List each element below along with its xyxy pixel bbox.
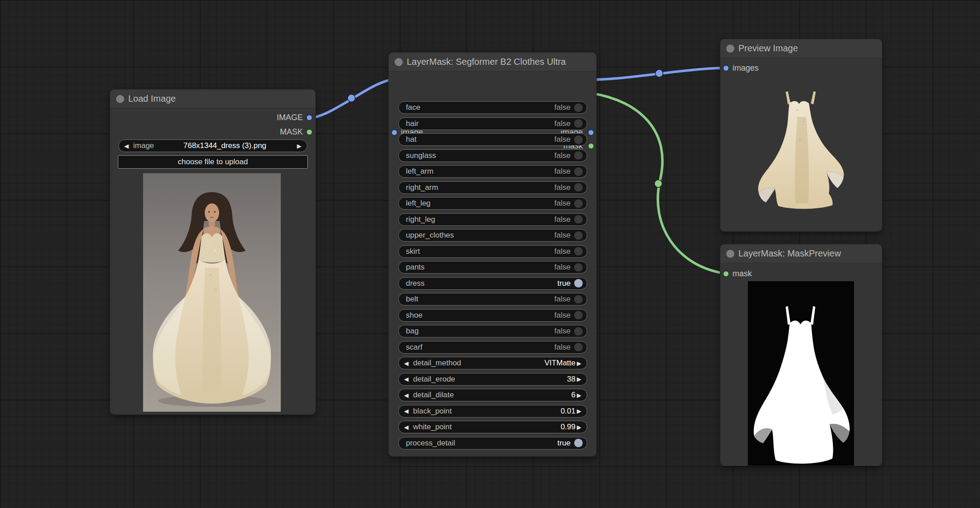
- image-file-combo[interactable]: ◀ image 768x1344_dress (3).png ▶: [118, 139, 307, 152]
- toggle-knob[interactable]: [574, 247, 583, 256]
- widget-left-leg[interactable]: left_legfalse: [398, 197, 587, 210]
- widget-belt[interactable]: beltfalse: [398, 293, 587, 306]
- toggle-knob[interactable]: [574, 279, 583, 288]
- segformer-widgets: facefalse hairfalse hatfalse sunglassfal…: [398, 101, 587, 450]
- choose-file-button[interactable]: choose file to upload: [118, 155, 308, 169]
- right-arrow-icon[interactable]: ▶: [575, 424, 583, 431]
- widget-right-arm[interactable]: right_armfalse: [398, 181, 587, 194]
- node-title: Preview Image: [738, 43, 798, 54]
- choose-file-label: choose file to upload: [178, 157, 248, 166]
- input-port-mask[interactable]: [723, 270, 729, 277]
- node-preview-image[interactable]: Preview Image images: [720, 39, 882, 231]
- left-arrow-icon[interactable]: ◀: [403, 408, 410, 414]
- widget-white-point[interactable]: ◀white_point0.99▶: [398, 421, 587, 433]
- left-arrow-icon[interactable]: ◀: [403, 392, 410, 399]
- left-arrow-icon[interactable]: ◀: [403, 360, 410, 367]
- toggle-knob[interactable]: [574, 103, 583, 112]
- toggle-knob[interactable]: [574, 119, 583, 128]
- widget-dress[interactable]: dresstrue: [398, 277, 587, 290]
- toggle-knob[interactable]: [574, 311, 583, 319]
- output-port-mask[interactable]: [306, 129, 313, 135]
- widget-scarf[interactable]: scarffalse: [398, 341, 587, 354]
- toggle-knob[interactable]: [574, 183, 583, 192]
- combo-value: 768x1344_dress (3).png: [154, 141, 296, 150]
- widget-skirt[interactable]: skirtfalse: [398, 245, 587, 258]
- toggle-knob[interactable]: [574, 263, 583, 272]
- toggle-knob[interactable]: [574, 135, 583, 144]
- widget-right-leg[interactable]: right_legfalse: [398, 213, 587, 226]
- mask-image-preview: [748, 281, 854, 466]
- output-label-image: IMAGE: [277, 113, 303, 122]
- node-status-dot: [726, 250, 734, 258]
- widget-detail-erode[interactable]: ◀detail_erode38▶: [398, 373, 587, 386]
- widget-process-detail[interactable]: process_detailtrue: [398, 437, 587, 450]
- segmented-dress-preview: [752, 90, 850, 229]
- input-port-images[interactable]: [723, 65, 729, 72]
- widget-black-point[interactable]: ◀black_point0.01▶: [398, 405, 587, 418]
- output-port-mask[interactable]: [588, 143, 594, 149]
- loaded-image-preview: [143, 173, 281, 412]
- output-port-image[interactable]: [306, 114, 313, 121]
- input-port-image[interactable]: [391, 129, 398, 136]
- toggle-knob[interactable]: [574, 215, 583, 224]
- widget-detail-method[interactable]: ◀detail_methodVITMatte▶: [398, 357, 587, 369]
- node-status-dot: [395, 58, 403, 66]
- link-dot-mask: [655, 180, 662, 188]
- toggle-knob[interactable]: [574, 327, 583, 336]
- input-label-images: images: [733, 63, 759, 73]
- widget-face[interactable]: facefalse: [398, 101, 587, 114]
- combo-label: image: [133, 141, 154, 150]
- right-arrow-icon[interactable]: ▶: [575, 408, 583, 414]
- widget-left-arm[interactable]: left_armfalse: [398, 165, 587, 178]
- node-status-dot: [726, 45, 734, 53]
- combo-left-arrow-icon[interactable]: ◀: [123, 143, 130, 149]
- left-arrow-icon[interactable]: ◀: [403, 424, 410, 431]
- link-dot-image1: [348, 94, 355, 102]
- node-title: Load Image: [128, 94, 176, 104]
- widget-pants[interactable]: pantsfalse: [398, 261, 587, 274]
- output-label-mask: MASK: [280, 127, 303, 137]
- toggle-knob[interactable]: [574, 343, 583, 351]
- widget-upper-clothes[interactable]: upper_clothesfalse: [398, 229, 587, 242]
- left-arrow-icon[interactable]: ◀: [403, 376, 410, 382]
- node-status-dot: [116, 95, 124, 103]
- widget-detail-dilate[interactable]: ◀detail_dilate6▶: [398, 389, 587, 401]
- input-label-mask: mask: [733, 269, 752, 279]
- toggle-knob[interactable]: [574, 199, 583, 208]
- widget-sunglass[interactable]: sunglassfalse: [398, 149, 587, 162]
- widget-hair[interactable]: hairfalse: [398, 117, 587, 130]
- link-dot-image2: [656, 70, 663, 77]
- toggle-knob[interactable]: [574, 151, 583, 160]
- right-arrow-icon[interactable]: ▶: [575, 392, 583, 399]
- node-mask-preview[interactable]: LayerMask: MaskPreview mask: [720, 244, 882, 466]
- node-segformer[interactable]: LayerMask: Segformer B2 Clothes Ultra im…: [389, 53, 596, 456]
- node-load-image[interactable]: Load Image IMAGE MASK ◀ image 768x1344_d…: [110, 90, 315, 414]
- right-arrow-icon[interactable]: ▶: [575, 376, 583, 382]
- node-title: LayerMask: Segformer B2 Clothes Ultra: [407, 57, 566, 67]
- right-arrow-icon[interactable]: ▶: [575, 360, 583, 367]
- toggle-knob[interactable]: [574, 439, 583, 447]
- widget-hat[interactable]: hatfalse: [398, 133, 587, 146]
- toggle-knob[interactable]: [574, 295, 583, 304]
- combo-right-arrow-icon[interactable]: ▶: [296, 143, 303, 149]
- widget-shoe[interactable]: shoefalse: [398, 309, 587, 322]
- toggle-knob[interactable]: [574, 167, 583, 176]
- node-graph-canvas[interactable]: Load Image IMAGE MASK ◀ image 768x1344_d…: [0, 0, 980, 508]
- node-title: LayerMask: MaskPreview: [738, 248, 841, 259]
- output-port-image[interactable]: [588, 129, 594, 136]
- widget-bag[interactable]: bagfalse: [398, 325, 587, 337]
- toggle-knob[interactable]: [574, 231, 583, 240]
